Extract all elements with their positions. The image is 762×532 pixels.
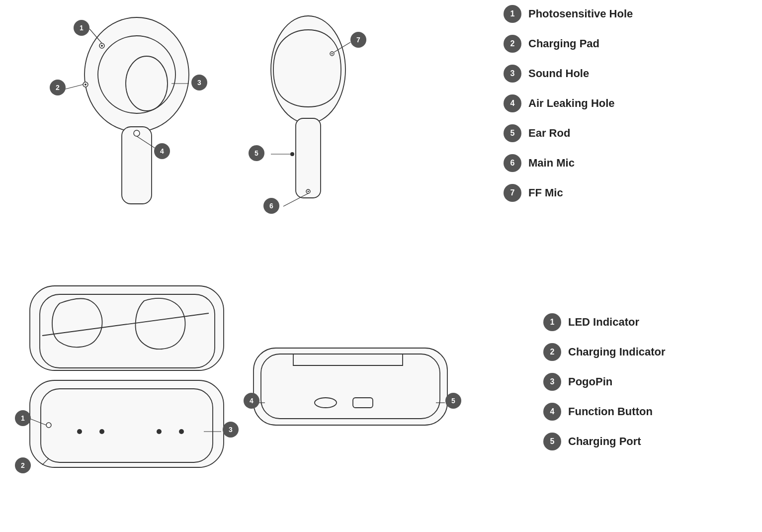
legend-top-item-2: 2Charging Pad <box>504 35 752 53</box>
legend-bottom-item-5: 5Charging Port <box>543 433 752 450</box>
legend-top-item-4: 4Air Leaking Hole <box>504 94 752 112</box>
legend-bottom-label-2: Charging Indicator <box>568 346 666 358</box>
legend-top-label-6: Main Mic <box>528 157 575 170</box>
legend-bottom-badge-4: 4 <box>543 403 561 421</box>
legend-top-label-1: Photosensitive Hole <box>528 7 633 20</box>
callout-3-case: 3 <box>223 422 239 438</box>
svg-rect-14 <box>296 118 321 198</box>
callout-6-side: 6 <box>263 198 279 214</box>
callout-1-case: 1 <box>15 410 31 426</box>
svg-point-7 <box>85 84 86 86</box>
svg-point-27 <box>77 429 82 434</box>
callout-5-case: 5 <box>445 393 461 409</box>
earbud-front-diagram: 1 2 3 4 <box>50 10 229 219</box>
svg-point-0 <box>85 17 189 132</box>
legend-top-badge-3: 3 <box>504 65 521 83</box>
callout-1-front: 1 <box>74 20 89 36</box>
legend-bottom-badge-1: 1 <box>543 313 561 331</box>
legend-bottom-item-2: 2Charging Indicator <box>543 343 752 361</box>
case-bottom-diagram: 4 5 <box>244 338 452 438</box>
svg-point-28 <box>99 429 104 434</box>
legend-bottom-label-4: Function Button <box>568 405 653 418</box>
legend-top: 1Photosensitive Hole2Charging Pad3Sound … <box>504 5 752 214</box>
top-section: 1 2 3 4 <box>0 0 762 249</box>
callout-5-side: 5 <box>249 145 264 161</box>
earbud-side-diagram: 7 5 6 <box>244 10 373 219</box>
legend-top-badge-7: 7 <box>504 184 521 202</box>
legend-top-item-7: 7FF Mic <box>504 184 752 202</box>
svg-rect-3 <box>122 127 152 204</box>
svg-rect-23 <box>30 286 224 370</box>
legend-bottom-item-1: 1LED Indicator <box>543 313 752 331</box>
svg-point-17 <box>290 152 294 156</box>
callout-3-front: 3 <box>191 75 207 90</box>
svg-point-5 <box>101 45 103 47</box>
legend-top-badge-5: 5 <box>504 124 521 142</box>
legend-bottom-label-5: Charging Port <box>568 435 641 448</box>
callout-2-case: 2 <box>15 457 31 473</box>
svg-point-29 <box>157 429 162 434</box>
legend-bottom: 1LED Indicator2Charging Indicator3PogoPi… <box>543 313 752 462</box>
legend-bottom-badge-2: 2 <box>543 343 561 361</box>
legend-top-label-5: Ear Rod <box>528 127 570 140</box>
svg-line-22 <box>283 193 308 206</box>
svg-point-30 <box>179 429 184 434</box>
legend-top-badge-4: 4 <box>504 94 521 112</box>
legend-top-badge-1: 1 <box>504 5 521 23</box>
legend-top-label-7: FF Mic <box>528 186 563 199</box>
bottom-section: 1 2 3 <box>0 264 762 532</box>
svg-rect-25 <box>30 380 224 467</box>
svg-point-19 <box>308 191 309 192</box>
legend-top-item-1: 1Photosensitive Hole <box>504 5 752 23</box>
page-container: 1 2 3 4 <box>0 0 762 532</box>
legend-bottom-label-1: LED Indicator <box>568 316 639 329</box>
legend-bottom-badge-5: 5 <box>543 433 561 450</box>
legend-bottom-badge-3: 3 <box>543 373 561 391</box>
svg-line-10 <box>64 85 83 89</box>
svg-rect-35 <box>254 348 447 425</box>
svg-point-31 <box>46 423 51 428</box>
callout-4-case: 4 <box>244 393 259 409</box>
callout-2-front: 2 <box>50 80 66 95</box>
callout-7-side: 7 <box>350 32 366 48</box>
legend-top-item-6: 6Main Mic <box>504 154 752 172</box>
legend-bottom-label-3: PogoPin <box>568 375 612 388</box>
callout-4-front: 4 <box>154 143 170 159</box>
svg-point-8 <box>134 130 140 136</box>
legend-top-badge-2: 2 <box>504 35 521 53</box>
legend-top-badge-6: 6 <box>504 154 521 172</box>
legend-bottom-item-4: 4Function Button <box>543 403 752 421</box>
case-open-diagram: 1 2 3 <box>15 283 239 482</box>
legend-bottom-item-3: 3PogoPin <box>543 373 752 391</box>
legend-top-label-3: Sound Hole <box>528 67 589 80</box>
svg-point-16 <box>332 53 333 55</box>
legend-top-label-2: Charging Pad <box>528 37 599 50</box>
legend-top-label-4: Air Leaking Hole <box>528 97 615 110</box>
legend-top-item-5: 5Ear Rod <box>504 124 752 142</box>
legend-top-item-3: 3Sound Hole <box>504 65 752 83</box>
